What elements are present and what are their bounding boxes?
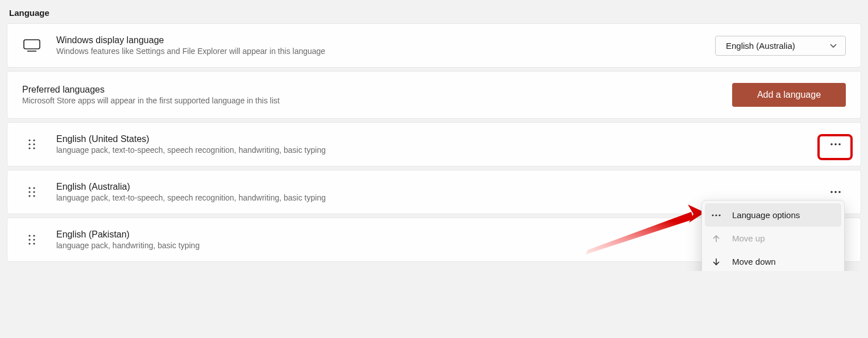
svg-point-21 xyxy=(33,235,35,236)
preferred-languages-title: Preferred languages xyxy=(22,85,717,95)
svg-rect-0 xyxy=(24,40,40,49)
svg-point-8 xyxy=(830,143,833,145)
svg-point-19 xyxy=(838,191,841,193)
display-language-subtitle: Windows features like Settings and File … xyxy=(56,47,700,56)
menu-item-label: Move up xyxy=(732,233,765,243)
svg-point-3 xyxy=(33,139,35,141)
language-features: language pack, handwriting, basic typing xyxy=(56,241,811,250)
svg-point-5 xyxy=(33,143,35,145)
section-title: Language xyxy=(9,8,861,18)
language-context-menu: Language options Move up Move down xyxy=(701,200,845,271)
svg-point-22 xyxy=(28,239,30,240)
svg-point-31 xyxy=(712,214,713,216)
add-language-button[interactable]: Add a language xyxy=(732,83,846,107)
svg-point-7 xyxy=(33,147,35,149)
display-language-selected: English (Australia) xyxy=(726,41,795,51)
svg-point-15 xyxy=(28,195,30,197)
drag-handle-icon[interactable] xyxy=(22,234,41,245)
svg-point-4 xyxy=(28,143,30,145)
menu-item-language-options[interactable]: Language options xyxy=(705,203,841,227)
svg-point-13 xyxy=(28,191,30,193)
svg-point-24 xyxy=(28,243,30,244)
svg-point-20 xyxy=(28,235,30,236)
svg-point-9 xyxy=(834,143,837,145)
drag-handle-icon[interactable] xyxy=(22,139,41,150)
svg-point-23 xyxy=(33,239,35,240)
display-icon xyxy=(22,39,41,52)
svg-point-11 xyxy=(28,187,30,189)
svg-point-25 xyxy=(33,243,35,244)
chevron-down-icon xyxy=(829,41,837,49)
more-options-button[interactable] xyxy=(825,183,846,201)
arrow-up-icon xyxy=(711,234,722,243)
language-name: English (Australia) xyxy=(56,182,811,192)
preferred-languages-card: Preferred languages Microsoft Store apps… xyxy=(7,71,861,119)
more-icon xyxy=(711,214,722,216)
language-name: English (United States) xyxy=(56,134,811,144)
language-name: English (Pakistan) xyxy=(56,229,811,240)
language-item[interactable]: English (United States) language pack, t… xyxy=(7,122,861,166)
language-features: language pack, text-to-speech, speech re… xyxy=(56,193,811,202)
svg-point-12 xyxy=(33,187,35,189)
arrow-down-icon xyxy=(711,257,722,266)
drag-handle-icon[interactable] xyxy=(22,186,41,198)
menu-item-move-up: Move up xyxy=(705,227,841,250)
svg-point-32 xyxy=(715,214,717,216)
preferred-languages-subtitle: Microsoft Store apps will appear in the … xyxy=(22,96,717,105)
menu-item-label: Move down xyxy=(732,257,776,266)
menu-item-move-down[interactable]: Move down xyxy=(705,250,841,271)
svg-point-17 xyxy=(830,191,833,193)
display-language-title: Windows display language xyxy=(56,35,700,45)
svg-point-14 xyxy=(33,191,35,193)
svg-point-16 xyxy=(33,195,35,197)
svg-point-2 xyxy=(28,139,30,141)
svg-point-33 xyxy=(719,214,720,216)
language-features: language pack, text-to-speech, speech re… xyxy=(56,145,811,155)
svg-point-10 xyxy=(838,143,841,145)
display-language-card: Windows display language Windows feature… xyxy=(7,23,861,68)
more-options-button[interactable] xyxy=(825,136,846,153)
display-language-dropdown[interactable]: English (Australia) xyxy=(715,36,846,56)
svg-point-6 xyxy=(28,147,30,149)
menu-item-label: Language options xyxy=(732,210,800,220)
svg-point-18 xyxy=(834,191,837,193)
